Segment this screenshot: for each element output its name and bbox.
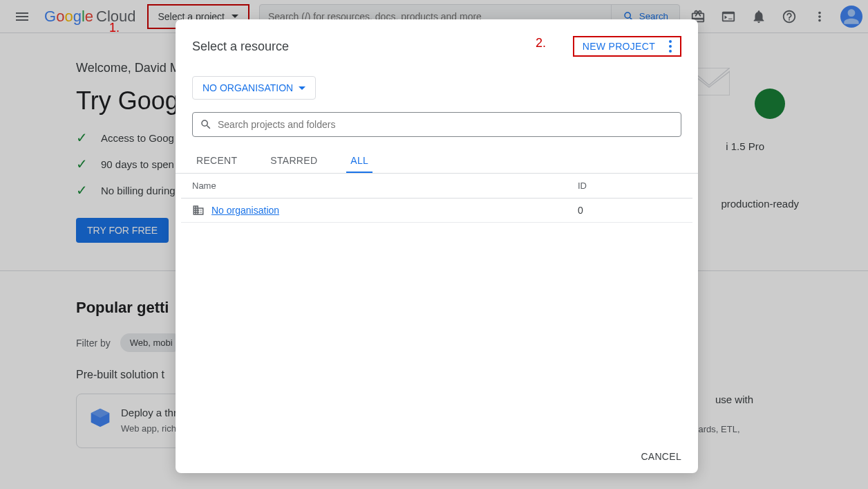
modal-search-input[interactable] [218, 119, 674, 130]
tab-recent[interactable]: RECENT [192, 149, 241, 173]
annotation-2: 2. [536, 36, 546, 50]
caret-down-icon [299, 86, 305, 90]
tab-starred[interactable]: STARRED [266, 149, 321, 173]
row-id: 0 [578, 205, 681, 216]
modal-tabs: RECENT STARRED ALL [176, 149, 698, 174]
modal-footer: CANCEL [176, 443, 698, 462]
modal-search-box [192, 112, 681, 137]
modal-title: Select a resource [192, 39, 289, 54]
row-name-link[interactable]: No organisation [211, 205, 578, 216]
table-row[interactable]: No organisation 0 [181, 199, 692, 223]
organisation-icon [192, 204, 205, 216]
more-vert-icon[interactable] [669, 40, 672, 53]
project-picker-modal: Select a resource NEW PROJECT NO ORGANIS… [176, 19, 698, 473]
organisation-dropdown[interactable]: NO ORGANISATION [192, 76, 316, 100]
annotation-1: 1. [109, 21, 120, 35]
new-project-button[interactable]: NEW PROJECT [583, 41, 655, 52]
search-icon [200, 118, 212, 131]
modal-header: Select a resource NEW PROJECT [176, 36, 698, 57]
col-id: ID [578, 181, 681, 191]
tab-all[interactable]: ALL [346, 149, 372, 173]
table-header: Name ID [181, 174, 692, 199]
cancel-button[interactable]: CANCEL [641, 451, 681, 462]
col-name: Name [192, 181, 578, 191]
new-project-wrap: NEW PROJECT [573, 36, 681, 57]
